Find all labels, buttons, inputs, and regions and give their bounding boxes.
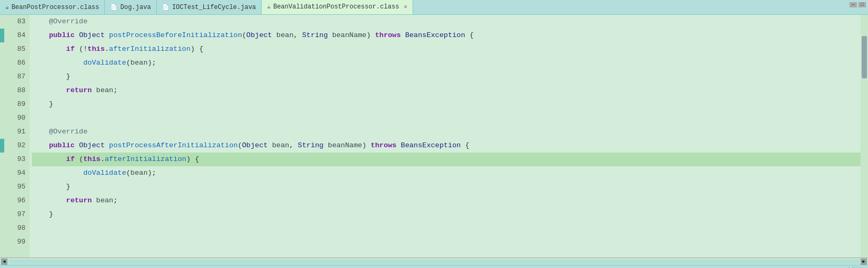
- method-84: postProcessBeforeInitialization: [109, 31, 242, 39]
- tab-label: IOCTest_LifeCycle.java: [172, 4, 256, 11]
- line-num-88: 88: [4, 84, 25, 97]
- java-file-icon: 📄: [110, 4, 118, 11]
- line-num-89: 89: [4, 97, 25, 111]
- type-object-84: Object: [79, 31, 105, 39]
- code-line-93: if (this.afterInitialization) {: [32, 153, 861, 166]
- code-line-96: return bean;: [32, 194, 861, 208]
- line-num-85: 85: [4, 42, 25, 56]
- code-line-91: @Override: [32, 125, 861, 139]
- line-numbers: 83 84 85 86 87 88 89 90 91 92 93 94 95 9…: [4, 15, 30, 257]
- tab-label: BeanValidationPostProcessor.class: [273, 3, 399, 11]
- code-line-84: public Object postProcessBeforeInitializ…: [32, 29, 861, 42]
- code-line-92: public Object postProcessAfterInitializa…: [32, 139, 861, 153]
- window-controls: ─ □: [849, 2, 866, 7]
- throws-kw-92: throws: [371, 141, 397, 149]
- line-num-84: 84: [4, 29, 25, 42]
- java-class-icon2: ☕: [267, 3, 271, 10]
- line-num-90: 90: [4, 111, 25, 125]
- annotation-override-83: @Override: [32, 17, 87, 25]
- code-line-88: return bean;: [32, 84, 861, 97]
- line-num-92: 92: [4, 139, 25, 153]
- maximize-button[interactable]: □: [858, 2, 866, 7]
- tab-bar: ☕ BeanPostProcessor.class 📄 Dog.java 📄 I…: [0, 0, 868, 15]
- code-line-94: doValidate(bean);: [32, 166, 861, 180]
- line-num-91: 91: [4, 125, 25, 139]
- horizontal-scrollbar[interactable]: ◀ ▶: [0, 257, 868, 265]
- throws-kw-84: throws: [375, 31, 401, 39]
- java-file-icon2: 📄: [162, 4, 169, 11]
- line-num-95: 95: [4, 180, 25, 194]
- code-editor: 83 84 85 86 87 88 89 90 91 92 93 94 95 9…: [0, 15, 868, 257]
- scroll-left-button[interactable]: ◀: [1, 258, 7, 265]
- kw-public-92: public: [49, 141, 75, 149]
- tab-beanpostprocessor[interactable]: ☕ BeanPostProcessor.class: [0, 0, 105, 14]
- java-class-icon: ☕: [5, 4, 9, 11]
- line-num-97: 97: [4, 208, 25, 221]
- scroll-right-button[interactable]: ▶: [861, 258, 867, 265]
- code-line-90: [32, 111, 861, 125]
- code-line-99: [32, 235, 861, 249]
- code-line-97: }: [32, 208, 861, 221]
- code-line-95: }: [32, 180, 861, 194]
- code-line-98: [32, 221, 861, 235]
- line-num-98: 98: [4, 221, 25, 235]
- line-indicator-92: [0, 139, 4, 153]
- code-line-86: doValidate(bean);: [32, 56, 861, 70]
- scrollbar-thumb[interactable]: [862, 36, 867, 78]
- left-indicator-strip: [0, 15, 4, 257]
- minimize-button[interactable]: ─: [849, 2, 857, 7]
- line-num-87: 87: [4, 70, 25, 84]
- line-num-86: 86: [4, 56, 25, 70]
- line-num-94: 94: [4, 166, 25, 180]
- vertical-scrollbar[interactable]: [861, 15, 868, 257]
- line-num-93: 93: [4, 153, 25, 166]
- tab-label: Dog.java: [120, 4, 151, 11]
- tab-ioctest[interactable]: 📄 IOCTest_LifeCycle.java: [157, 0, 262, 14]
- tab-label: BeanPostProcessor.class: [12, 4, 100, 11]
- line-num-99: 99: [4, 235, 25, 249]
- annotation-override-91: @Override: [32, 128, 87, 136]
- code-line-89: }: [32, 97, 861, 111]
- line-num-96: 96: [4, 194, 25, 208]
- method-92: postProcessAfterInitialization: [109, 141, 238, 149]
- tab-dog[interactable]: 📄 Dog.java: [105, 0, 157, 14]
- code-line-83: @Override: [32, 15, 861, 29]
- line-indicator-84: [0, 29, 4, 42]
- tab-beanvalidation[interactable]: ☕ BeanValidationPostProcessor.class ✕: [262, 0, 413, 14]
- code-content[interactable]: @Override public Object postProcessBefor…: [30, 15, 861, 257]
- line-num-83: 83: [4, 15, 25, 29]
- code-line-85: if (!this.afterInitialization) {: [32, 42, 861, 56]
- tab-close-button[interactable]: ✕: [404, 3, 408, 10]
- status-bar: https://blog.csdn.net/jav... CSDN会融极: [0, 265, 868, 268]
- scroll-track[interactable]: [8, 260, 860, 264]
- code-line-87: }: [32, 70, 861, 84]
- kw-public-84: public: [49, 31, 75, 39]
